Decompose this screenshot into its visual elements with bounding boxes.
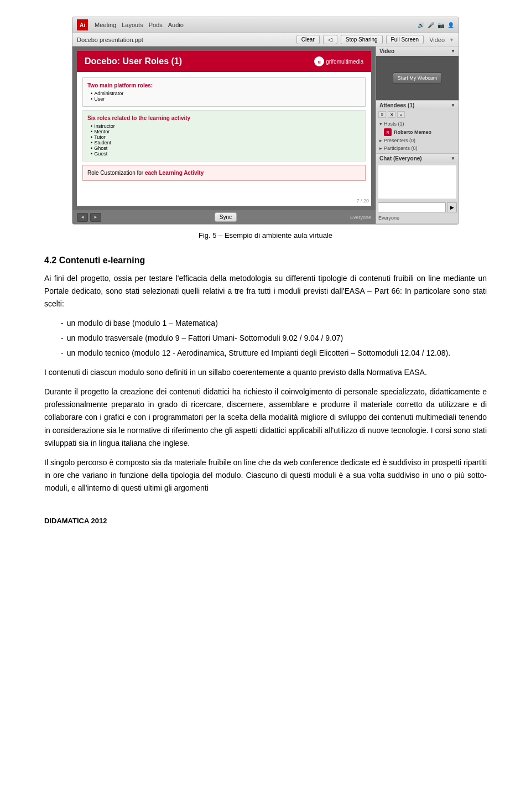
participants-group[interactable]: ▸ Participants (0) xyxy=(379,144,455,152)
slide-frame: Docebo: User Roles (1) g grifomultimedia… xyxy=(77,51,371,206)
attendees-control-btn2[interactable]: ✕ xyxy=(388,111,395,118)
attendees-collapse-icon[interactable]: ▼ xyxy=(451,103,455,108)
list-item-student: Student xyxy=(91,140,361,145)
dash-3: - xyxy=(61,347,64,360)
slide-logo-text: grifomultimedia xyxy=(326,59,363,65)
slide-box-customization: Role Customization for each Learning Act… xyxy=(82,165,366,181)
attendees-control-btn1[interactable]: ≡ xyxy=(378,111,386,118)
grifo-logo-circle: g xyxy=(314,56,324,66)
video-panel-label: Video xyxy=(429,37,445,43)
menu-meeting[interactable]: Meeting xyxy=(95,22,116,28)
video-area: Start My Webcam xyxy=(376,56,459,100)
prev-button[interactable]: ◄ xyxy=(77,213,88,222)
list-text-3: un modulo tecnico (modulo 12 - Aerodinam… xyxy=(67,347,450,360)
chat-section: Chat (Everyone) ▼ ▶ Everyone xyxy=(376,154,459,224)
slide-logo: g grifomultimedia xyxy=(314,56,363,66)
menu-audio[interactable]: Audio xyxy=(168,22,184,28)
list-item-ghost: Ghost xyxy=(91,145,361,151)
learning-roles-list: Instructor Mentor Tutor Student Ghost Gu… xyxy=(87,123,361,157)
attendees-section: Attendees (1) ▼ ≡ ✕ = ▾ xyxy=(376,101,459,154)
paragraph-3: Durante il progetto la creazione dei con… xyxy=(44,386,487,449)
attendees-control-btn3[interactable]: = xyxy=(397,111,405,118)
attendees-list: ▾ Hosts (1) R Roberto Memeo ▸ xyxy=(376,119,459,153)
menu-pods[interactable]: Pods xyxy=(149,22,163,28)
dash-2: - xyxy=(61,332,64,345)
presenters-label: Presenters (0) xyxy=(384,138,415,143)
stop-sharing-button[interactable]: Stop Sharing xyxy=(341,35,383,44)
presenters-expand-icon: ▸ xyxy=(379,138,382,143)
toolbar: Docebo presentation.ppt Clear ◁ Stop Sha… xyxy=(72,33,459,46)
slide-body: Two main platform roles: Administrator U… xyxy=(77,72,371,190)
menu-bar: Ai Meeting Layouts Pods Audio 🔊 🎤 📷 👤 xyxy=(72,17,459,33)
customization-text: Role Customization for xyxy=(87,170,143,176)
list-item-user: User xyxy=(91,96,361,102)
chat-input-area: ▶ xyxy=(376,201,459,214)
menu-layouts[interactable]: Layouts xyxy=(122,22,143,28)
attendees-controls: ≡ ✕ = xyxy=(376,110,459,119)
menu-items: Meeting Layouts Pods Audio xyxy=(95,22,184,28)
list-text-2: un modulo trasversale (modulo 9 – Fattor… xyxy=(67,332,343,345)
everyone-label: Everyone xyxy=(350,215,371,220)
adobe-logo: Ai xyxy=(77,19,88,30)
right-panel: Video ▼ Start My Webcam Attendees (1) ▼ xyxy=(376,46,459,224)
back-button[interactable]: ◁ xyxy=(323,35,337,44)
list-item-admin: Administrator xyxy=(91,91,361,96)
figure-caption: Fig. 5 – Esempio di ambiente aula virtua… xyxy=(44,231,487,240)
section-title: 4.2 Contenuti e-learning xyxy=(44,253,487,268)
list-item-guest: Guest xyxy=(91,151,361,157)
platform-roles-title: Two main platform roles: xyxy=(87,82,361,89)
customization-bold-text: each Learning Activity xyxy=(145,170,204,176)
hosts-group[interactable]: ▾ Hosts (1) R Roberto Memeo xyxy=(379,120,455,137)
screenshot-wrapper: Ai Meeting Layouts Pods Audio 🔊 🎤 📷 👤 Do… xyxy=(44,17,487,225)
chat-header: Chat (Everyone) ▼ xyxy=(376,154,459,163)
host-name: Roberto Memeo xyxy=(394,129,431,135)
list-item-mentor: Mentor xyxy=(91,129,361,134)
list-text-1: un modulo di base (modulo 1 – Matematica… xyxy=(67,317,218,330)
screenshot-frame: Ai Meeting Layouts Pods Audio 🔊 🎤 📷 👤 Do… xyxy=(72,17,459,225)
attendees-header: Attendees (1) ▼ xyxy=(376,101,459,110)
video-collapse-icon[interactable]: ▼ xyxy=(451,49,455,54)
main-content: Docebo: User Roles (1) g grifomultimedia… xyxy=(72,46,459,224)
sync-button[interactable]: Sync xyxy=(215,212,237,222)
presenters-group[interactable]: ▸ Presenters (0) xyxy=(379,137,455,144)
participants-label: Participants (0) xyxy=(384,145,418,151)
presenters-group-header: ▸ Presenters (0) xyxy=(379,137,455,144)
chat-input[interactable] xyxy=(378,202,446,212)
user-icon: 👤 xyxy=(447,22,454,28)
slide-box-learning-roles: Six roles related to the learning activi… xyxy=(82,110,366,162)
full-screen-button[interactable]: Full Screen xyxy=(386,35,424,44)
hosts-group-header: ▾ Hosts (1) xyxy=(379,120,455,128)
hosts-label: Hosts (1) xyxy=(384,121,404,127)
dash-1: - xyxy=(61,317,64,330)
video-header: Video ▼ xyxy=(376,46,459,56)
slide-counter: 7 / 20 xyxy=(356,198,369,204)
slide-title: Docebo: User Roles (1) xyxy=(85,56,182,66)
chat-messages-area xyxy=(378,165,456,199)
chat-everyone-label: Everyone xyxy=(376,214,459,222)
host-avatar: R xyxy=(384,128,392,136)
list-item-3: - un modulo tecnico (modulo 12 - Aerodin… xyxy=(61,347,487,360)
footer-text: DIDAMATICA 2012 xyxy=(44,517,487,525)
learning-roles-title: Six roles related to the learning activi… xyxy=(87,115,361,121)
mic-icon: 🎤 xyxy=(428,22,434,28)
audio-icon: 🔊 xyxy=(418,22,424,28)
camera-icon: 📷 xyxy=(438,22,444,28)
webcam-button[interactable]: Start My Webcam xyxy=(393,72,442,84)
slide-header: Docebo: User Roles (1) g grifomultimedia xyxy=(77,51,371,72)
hosts-expand-icon: ▾ xyxy=(379,121,382,127)
slides-area: Docebo: User Roles (1) g grifomultimedia… xyxy=(72,46,376,224)
filename-label: Docebo presentation.ppt xyxy=(77,37,293,43)
clear-button[interactable]: Clear xyxy=(296,35,320,44)
next-button[interactable]: ► xyxy=(90,213,101,222)
list-item-2: - un modulo trasversale (modulo 9 – Fatt… xyxy=(61,332,487,345)
slide-controls: ◄ ► Sync Everyone xyxy=(72,210,376,224)
chat-send-button[interactable]: ▶ xyxy=(447,202,457,212)
list-item-1: - un modulo di base (modulo 1 – Matemati… xyxy=(61,317,487,330)
list-item-instructor: Instructor xyxy=(91,123,361,129)
participants-expand-icon: ▸ xyxy=(379,145,382,151)
platform-roles-list: Administrator User xyxy=(87,91,361,102)
list-item-tutor: Tutor xyxy=(91,134,361,140)
chat-collapse-icon[interactable]: ▼ xyxy=(451,156,455,161)
paragraph-4: Il singolo percorso è composto sia da ma… xyxy=(44,456,487,495)
participants-group-header: ▸ Participants (0) xyxy=(379,144,455,152)
